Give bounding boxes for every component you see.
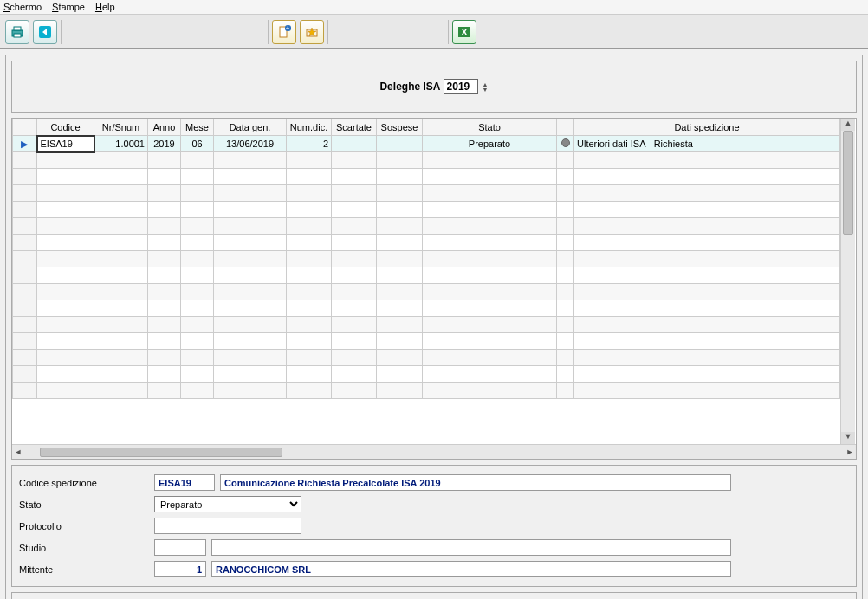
empty-cell[interactable]	[148, 366, 181, 383]
field-protocollo[interactable]	[154, 518, 301, 534]
table-row[interactable]	[13, 267, 840, 284]
empty-cell[interactable]	[332, 383, 377, 399]
empty-cell[interactable]	[423, 267, 557, 284]
empty-cell[interactable]	[181, 267, 214, 284]
empty-cell[interactable]	[574, 333, 840, 350]
empty-cell[interactable]	[557, 251, 574, 267]
empty-cell[interactable]	[181, 284, 214, 300]
empty-cell[interactable]	[377, 317, 423, 333]
empty-cell[interactable]	[377, 202, 423, 218]
empty-cell[interactable]	[377, 366, 423, 383]
empty-cell[interactable]	[181, 152, 214, 169]
empty-cell[interactable]	[148, 185, 181, 202]
empty-cell[interactable]	[574, 251, 840, 267]
field-studio-desc[interactable]	[211, 539, 731, 556]
empty-cell[interactable]	[94, 152, 148, 169]
empty-cell[interactable]	[332, 284, 377, 300]
empty-cell[interactable]	[423, 383, 557, 399]
empty-cell[interactable]	[332, 366, 377, 383]
empty-cell[interactable]	[37, 350, 94, 366]
empty-cell[interactable]	[557, 383, 574, 399]
col-scartate[interactable]: Scartate	[332, 119, 377, 136]
col-stato[interactable]: Stato	[423, 119, 557, 136]
empty-cell[interactable]	[148, 169, 181, 185]
empty-cell[interactable]	[557, 300, 574, 317]
star-button[interactable]	[300, 20, 324, 44]
empty-cell[interactable]	[423, 202, 557, 218]
field-studio-code[interactable]	[154, 539, 206, 556]
empty-cell[interactable]	[214, 235, 287, 251]
empty-cell[interactable]	[37, 169, 94, 185]
table-row[interactable]	[13, 383, 840, 399]
empty-cell[interactable]	[423, 218, 557, 235]
field-mittente-desc[interactable]	[211, 561, 731, 577]
empty-cell[interactable]	[574, 284, 840, 300]
empty-cell[interactable]	[94, 169, 148, 185]
empty-cell[interactable]	[332, 185, 377, 202]
empty-cell[interactable]	[332, 317, 377, 333]
empty-cell[interactable]	[214, 152, 287, 169]
empty-cell[interactable]	[332, 202, 377, 218]
table-row[interactable]	[13, 152, 840, 169]
empty-cell[interactable]	[557, 333, 574, 350]
empty-cell[interactable]	[37, 300, 94, 317]
empty-cell[interactable]	[214, 251, 287, 267]
cell-codice[interactable]: EISA19	[37, 136, 94, 152]
table-row[interactable]	[13, 185, 840, 202]
empty-cell[interactable]	[148, 202, 181, 218]
table-row[interactable]	[13, 251, 840, 267]
empty-cell[interactable]	[148, 267, 181, 284]
empty-cell[interactable]	[181, 202, 214, 218]
col-datisped[interactable]: Dati spedizione	[574, 119, 840, 136]
empty-cell[interactable]	[181, 350, 214, 366]
year-spinner[interactable]: ▲ ▼	[483, 82, 489, 93]
cell-datagen[interactable]: 13/06/2019	[214, 136, 287, 152]
empty-cell[interactable]	[574, 169, 840, 185]
empty-cell[interactable]	[287, 218, 332, 235]
empty-cell[interactable]	[287, 300, 332, 317]
empty-cell[interactable]	[214, 383, 287, 399]
empty-cell[interactable]	[332, 235, 377, 251]
empty-cell[interactable]	[377, 300, 423, 317]
empty-cell[interactable]	[94, 267, 148, 284]
empty-cell[interactable]	[148, 333, 181, 350]
field-mittente-code[interactable]	[154, 561, 206, 577]
year-input[interactable]	[444, 79, 478, 94]
empty-cell[interactable]	[377, 152, 423, 169]
empty-cell[interactable]	[214, 218, 287, 235]
empty-cell[interactable]	[423, 185, 557, 202]
empty-cell[interactable]	[37, 284, 94, 300]
cell-stato[interactable]: Preparato	[423, 136, 557, 152]
table-row[interactable]	[13, 333, 840, 350]
table-row[interactable]	[13, 366, 840, 383]
empty-cell[interactable]	[94, 383, 148, 399]
empty-cell[interactable]	[377, 267, 423, 284]
cell-nrsnum[interactable]: 1.0001	[94, 136, 148, 152]
empty-cell[interactable]	[377, 185, 423, 202]
vertical-scrollbar[interactable]: ▲ ▼	[840, 119, 855, 444]
empty-cell[interactable]	[574, 267, 840, 284]
empty-cell[interactable]	[332, 267, 377, 284]
empty-cell[interactable]	[94, 350, 148, 366]
empty-cell[interactable]	[423, 169, 557, 185]
empty-cell[interactable]	[148, 251, 181, 267]
empty-cell[interactable]	[574, 383, 840, 399]
empty-cell[interactable]	[377, 350, 423, 366]
document-new-button[interactable]: +	[272, 20, 296, 44]
empty-cell[interactable]	[377, 284, 423, 300]
empty-cell[interactable]	[148, 317, 181, 333]
empty-cell[interactable]	[37, 218, 94, 235]
empty-cell[interactable]	[148, 284, 181, 300]
empty-cell[interactable]	[181, 169, 214, 185]
empty-cell[interactable]	[181, 366, 214, 383]
empty-cell[interactable]	[214, 333, 287, 350]
empty-cell[interactable]	[181, 383, 214, 399]
empty-cell[interactable]	[37, 251, 94, 267]
empty-cell[interactable]	[214, 350, 287, 366]
empty-cell[interactable]	[332, 251, 377, 267]
empty-cell[interactable]	[423, 350, 557, 366]
table-row[interactable]	[13, 202, 840, 218]
empty-cell[interactable]	[287, 169, 332, 185]
empty-cell[interactable]	[332, 152, 377, 169]
col-anno[interactable]: Anno	[148, 119, 181, 136]
